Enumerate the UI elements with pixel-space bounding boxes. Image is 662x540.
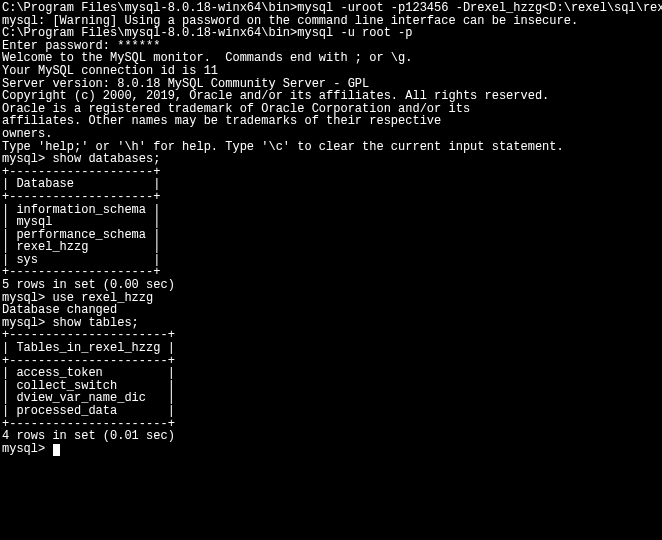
table-row: | rexel_hzzg | (2, 241, 660, 254)
prompt-text: mysql> (2, 442, 52, 456)
mysql-prompt[interactable]: mysql> (2, 443, 660, 456)
terminal-line: Your MySQL connection id is 11 (2, 65, 660, 78)
terminal-line: 5 rows in set (0.00 sec) (2, 279, 660, 292)
table-row: | access_token | (2, 367, 660, 380)
table-border: +--------------------+ (2, 191, 660, 204)
table-row: | mysql | (2, 216, 660, 229)
terminal-line: mysql> show databases; (2, 153, 660, 166)
terminal-line: C:\Program Files\mysql-8.0.18-winx64\bin… (2, 27, 660, 40)
table-header: | Tables_in_rexel_hzzg | (2, 342, 660, 355)
terminal-line: affiliates. Other names may be trademark… (2, 115, 660, 128)
terminal-line: 4 rows in set (0.01 sec) (2, 430, 660, 443)
terminal-line: owners. (2, 128, 660, 141)
terminal-line: Database changed (2, 304, 660, 317)
terminal-line: C:\Program Files\mysql-8.0.18-winx64\bin… (2, 2, 660, 15)
table-row: | processed_data | (2, 405, 660, 418)
cursor-icon (53, 444, 60, 456)
terminal-line: Copyright (c) 2000, 2019, Oracle and/or … (2, 90, 660, 103)
